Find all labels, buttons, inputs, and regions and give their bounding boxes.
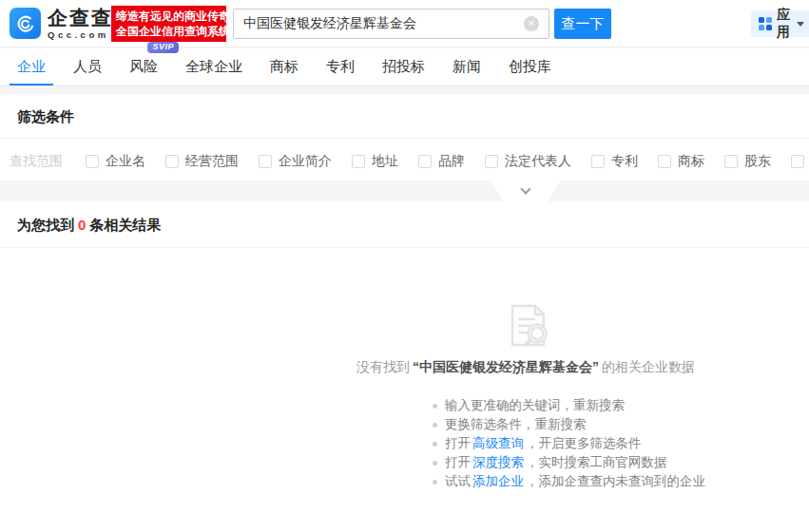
svip-badge: SVIP (147, 42, 179, 53)
tab-patent[interactable]: 专利 (318, 48, 362, 86)
checkbox-trademark[interactable]: 商标 (658, 153, 704, 170)
qcc-logo[interactable]: 企查查 Qcc.com (10, 8, 113, 40)
filter-title: 筛选条件 (0, 94, 809, 138)
search-bar: ✕ 查一下 (233, 9, 611, 39)
tab-trademark[interactable]: 商标 (262, 48, 306, 86)
checkbox-legal-representative[interactable]: 法定代表人 (485, 153, 571, 170)
filter-panel: 筛选条件 查找范围 企业名 经营范围 企业简介 地址 品牌 法定代表人 (0, 94, 809, 180)
tab-personnel[interactable]: 人员 (66, 48, 109, 86)
checkbox-brand[interactable]: 品牌 (418, 153, 465, 170)
deep-search-link[interactable]: 深度搜索 (472, 455, 524, 469)
searched-query: “中国医健银发经济星辉基金会” (413, 359, 599, 374)
apps-label: 应用 (777, 7, 790, 41)
checkbox[interactable] (658, 155, 671, 168)
chevron-down-icon (520, 183, 530, 194)
checkbox[interactable] (485, 155, 498, 168)
apps-grid-icon (759, 17, 772, 30)
chevron-down-icon (797, 22, 804, 27)
main-nav: 企业 人员 风险 SVIP 全球企业 商标 专利 招投标 新闻 创投库 (0, 48, 809, 86)
tab-global-enterprise[interactable]: 全球企业 (178, 48, 250, 86)
tab-venture[interactable]: 创投库 (501, 48, 559, 86)
checkbox-truncated[interactable] (791, 155, 809, 168)
clear-search-icon[interactable]: ✕ (524, 16, 539, 31)
result-count: 0 (78, 217, 86, 233)
logo-domain: Qcc.com (48, 30, 113, 40)
qcc-logo-icon (10, 8, 41, 39)
divider (0, 247, 809, 248)
checkbox[interactable] (352, 155, 365, 168)
checkbox[interactable] (165, 155, 179, 168)
tip-advanced-search: 打开高级查询，开启更多筛选条件 (433, 434, 705, 453)
tab-news[interactable]: 新闻 (445, 48, 489, 86)
tip-refine-keywords: 输入更准确的关键词，重新搜索 (433, 396, 705, 415)
tab-enterprise[interactable]: 企业 (10, 48, 53, 86)
no-results-icon (501, 298, 556, 356)
checkbox[interactable] (791, 155, 804, 168)
checkbox[interactable] (259, 155, 272, 168)
checkbox[interactable] (418, 155, 432, 168)
checkbox-company-profile[interactable]: 企业简介 (259, 153, 332, 170)
tip-change-filters: 更换筛选条件，重新搜索 (433, 415, 705, 434)
empty-message: 没有找到“中国医健银发经济星辉基金会”的相关企业数据 (356, 359, 695, 376)
checkbox-shareholder[interactable]: 股东 (724, 153, 771, 170)
results-panel: 为您找到0条相关结果 没有找到“中国医健银发经济星辉基金会”的相关企业数据 输入… (0, 201, 809, 532)
logo-brand: 企查查 (48, 8, 113, 28)
search-scope-row: 查找范围 企业名 经营范围 企业简介 地址 品牌 法定代表人 专利 (0, 139, 809, 183)
scope-label: 查找范围 (10, 153, 63, 170)
header: 企查查 Qcc.com 缔造有远见的商业传奇 全国企业信用查询系统 ✕ 查一下 … (0, 0, 809, 48)
search-input[interactable] (233, 9, 549, 39)
search-button[interactable]: 查一下 (554, 9, 611, 39)
suggestion-list: 输入更准确的关键词，重新搜索 更换筛选条件，重新搜索 打开高级查询，开启更多筛选… (433, 396, 705, 491)
advanced-search-link[interactable]: 高级查询 (472, 436, 524, 450)
checkbox[interactable] (86, 155, 99, 168)
collapse-filters-button[interactable] (491, 180, 561, 201)
add-company-link[interactable]: 添加企业 (472, 474, 524, 488)
checkbox[interactable] (724, 155, 738, 168)
checkbox-patent[interactable]: 专利 (591, 153, 638, 170)
tab-bidding[interactable]: 招投标 (375, 48, 433, 86)
slogan-line1: 缔造有远见的商业传奇 (116, 9, 222, 24)
checkbox-business-scope[interactable]: 经营范围 (165, 153, 239, 170)
tab-risk[interactable]: 风险 SVIP (122, 48, 165, 86)
tip-add-company: 试试添加企业，添加企查查内未查询到的企业 (433, 472, 705, 491)
checkbox[interactable] (591, 155, 605, 168)
checkbox-address[interactable]: 地址 (352, 153, 398, 170)
checkbox-company-name[interactable]: 企业名 (86, 153, 145, 170)
slogan-banner: 缔造有远见的商业传奇 全国企业信用查询系统 (111, 6, 226, 42)
results-summary: 为您找到0条相关结果 (0, 201, 809, 247)
collapse-band (0, 180, 809, 201)
slogan-line2: 全国企业信用查询系统 (116, 24, 222, 39)
tip-deep-search: 打开深度搜索，实时搜索工商官网数据 (433, 453, 705, 472)
apps-menu-button[interactable]: 应用 (751, 10, 809, 37)
